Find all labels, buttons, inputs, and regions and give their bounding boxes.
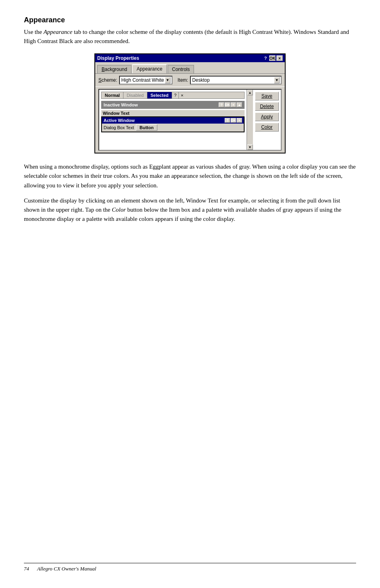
- close-button[interactable]: ×: [276, 55, 283, 61]
- tab-controls-label: Controls: [172, 67, 190, 72]
- delete-underline: D: [260, 104, 264, 109]
- item-dropdown-arrow[interactable]: ▼: [274, 77, 280, 83]
- apply-button[interactable]: Apply: [255, 112, 279, 121]
- scheme-dropdown-arrow[interactable]: ▼: [165, 77, 170, 83]
- inactive-window: Inactive Window ? OK × ▲: [101, 101, 245, 109]
- page-heading: Appearance: [24, 16, 356, 24]
- tab-background[interactable]: Background: [97, 65, 131, 73]
- delete-label-rest: elete: [263, 104, 274, 109]
- window-text-label: Window Text: [101, 110, 245, 116]
- preview-area: Normal Disabled Selected ? × Inactive Wi…: [98, 89, 282, 151]
- ok-button[interactable]: OK: [269, 55, 276, 61]
- preview-scrollbar: ▲ ▼: [247, 90, 253, 150]
- inactive-ok-button[interactable]: OK: [225, 102, 230, 107]
- color-button[interactable]: Color: [255, 123, 279, 132]
- footer-page-number: 74: [24, 566, 29, 572]
- tab-appearance-label: Appearance: [137, 66, 163, 72]
- dialog-title: Display Properties: [97, 55, 139, 61]
- scheme-label: Scheme:: [98, 77, 117, 83]
- item-dropdown[interactable]: Desktop ▼: [190, 76, 282, 85]
- item-value: Desktop: [192, 77, 210, 83]
- inactive-window-title: Inactive Window: [104, 102, 138, 107]
- dialog-tabs: Background Appearance Controls: [95, 62, 285, 73]
- display-properties-dialog: Display Properties ? OK × Background App…: [94, 53, 286, 153]
- dialog-box-text-label: Dialog Box Text: [104, 125, 134, 130]
- inactive-help-button[interactable]: ?: [219, 102, 224, 107]
- scrollbar-down-arrow[interactable]: ▼: [247, 144, 253, 150]
- item-label: Item:: [178, 77, 188, 83]
- active-window-title: Active Window: [104, 118, 135, 123]
- intro-italic: Appearance: [43, 29, 72, 35]
- window-states-bar: Normal Disabled Selected ? ×: [101, 92, 245, 99]
- inactive-up-button[interactable]: ▲: [237, 102, 242, 107]
- save-label-rest: ave: [264, 93, 272, 99]
- scheme-underline-s: S: [98, 77, 102, 83]
- color-label-rest: olor: [264, 124, 272, 130]
- scheme-dropdown[interactable]: High Contrast White ▼: [119, 76, 172, 85]
- scheme-value: High Contrast White: [121, 77, 164, 83]
- state-selected[interactable]: Selected: [147, 92, 172, 98]
- dialog-titlebar: Display Properties ? OK ×: [95, 54, 285, 62]
- tab-background-label: ackground: [105, 67, 127, 72]
- active-window: Active Window ? OK × Dialog Box Text But…: [101, 116, 245, 132]
- help-icon[interactable]: ?: [264, 56, 267, 61]
- state-question-icon[interactable]: ?: [172, 92, 179, 98]
- apply-label: Apply: [261, 114, 273, 120]
- tab-appearance[interactable]: Appearance: [132, 64, 167, 73]
- dialog-wrapper: Display Properties ? OK × Background App…: [24, 53, 356, 153]
- body-paragraph-1: When using a monochrome display, options…: [24, 162, 356, 190]
- titlebar-buttons: ? OK ×: [264, 55, 283, 61]
- active-titlebar-btns: ? OK ×: [225, 118, 242, 123]
- inactive-titlebar: Inactive Window ? OK × ▲: [102, 102, 244, 108]
- color-italic: Color: [112, 206, 126, 213]
- active-help-button[interactable]: ?: [225, 118, 230, 123]
- preview-right-buttons: Save Delete Apply Color: [253, 90, 281, 150]
- state-normal[interactable]: Normal: [102, 92, 123, 98]
- scrollbar-up-arrow[interactable]: ▲: [247, 90, 253, 95]
- inactive-titlebar-btns: ? OK × ▲: [219, 102, 242, 107]
- active-titlebar: Active Window ? OK ×: [102, 117, 244, 124]
- preview-left: Normal Disabled Selected ? × Inactive Wi…: [99, 90, 247, 150]
- tab-controls[interactable]: Controls: [168, 65, 194, 73]
- state-disabled[interactable]: Disabled: [123, 92, 147, 98]
- save-button[interactable]: Save: [255, 92, 279, 100]
- intro-paragraph: Use the Appearance tab to change the col…: [24, 28, 356, 45]
- button-element[interactable]: Button: [136, 124, 157, 131]
- active-ok-button[interactable]: OK: [231, 118, 236, 123]
- body-paragraph-2: Customize the display by clicking on an …: [24, 196, 356, 224]
- footer-title: Allegro CX Owner's Manual: [37, 566, 96, 572]
- inactive-close-button[interactable]: ×: [231, 102, 236, 107]
- state-close-icon[interactable]: ×: [179, 92, 185, 98]
- scheme-row: Scheme: High Contrast White ▼ Item: Desk…: [95, 73, 285, 87]
- dialog-box-text-row: Dialog Box Text Button: [102, 124, 244, 132]
- tab-background-underline: B: [102, 67, 105, 72]
- active-close-button[interactable]: ×: [237, 118, 242, 123]
- page-footer: 74 Allegro CX Owner's Manual: [24, 563, 356, 572]
- delete-button[interactable]: Delete: [255, 102, 279, 111]
